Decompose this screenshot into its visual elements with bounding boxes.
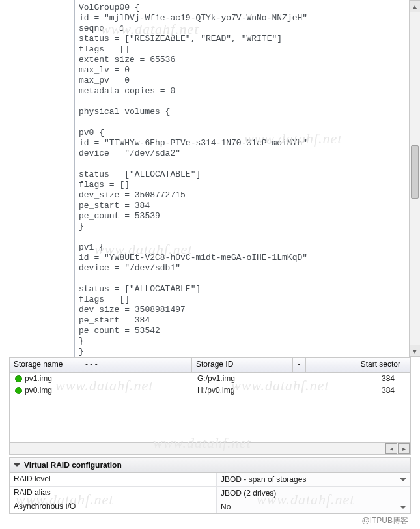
code-line: pe_start = 384 bbox=[79, 315, 404, 326]
storage-id: H:/pv0.img bbox=[193, 386, 294, 395]
raid-key: Asynchronous I/O bbox=[10, 500, 216, 513]
col-spacer[interactable]: - - - bbox=[81, 358, 192, 372]
code-line: extent_size = 65536 bbox=[79, 55, 404, 65]
code-line bbox=[79, 274, 404, 284]
start-sector: 384 bbox=[307, 386, 409, 395]
dropdown-caret-icon bbox=[400, 478, 406, 481]
raid-row: Asynchronous I/ONo bbox=[10, 500, 410, 513]
scroll-thumb[interactable] bbox=[411, 145, 419, 199]
code-line: pe_start = 384 bbox=[79, 201, 404, 211]
table-header-row: Storage name - - - Storage ID - Start se… bbox=[10, 358, 410, 373]
storage-name: pv1.img bbox=[25, 374, 52, 383]
code-line: metadata_copies = 0 bbox=[79, 86, 404, 96]
code-line: device = "/dev/sdb1" bbox=[79, 263, 404, 274]
code-line: id = "YW8UEt-V2C8-hOvC-m1dt-meGA-oIHE-1L… bbox=[79, 253, 404, 263]
scroll-up-arrow-icon[interactable]: ▴ bbox=[410, 1, 420, 12]
code-line bbox=[79, 96, 404, 107]
storage-name: pv0.img bbox=[25, 386, 52, 395]
code-scrollbar[interactable]: ▴ ▾ bbox=[409, 0, 420, 357]
raid-config-title: Virtual RAID configuration bbox=[24, 461, 122, 470]
code-text: VolGroup00 {id = "mjlDVj-Wf1e-ac19-QTYk-… bbox=[75, 0, 408, 357]
code-line bbox=[79, 232, 404, 242]
status-dot-icon bbox=[15, 375, 22, 382]
code-viewer: VolGroup00 {id = "mjlDVj-Wf1e-ac19-QTYk-… bbox=[74, 0, 408, 357]
code-line: id = "TIWHYw-6Ehp-PTVe-s314-1N70-31eP-mo… bbox=[79, 138, 404, 149]
scroll-down-arrow-icon[interactable]: ▾ bbox=[410, 345, 420, 356]
code-line: dev_size = 3508772715 bbox=[79, 190, 404, 201]
code-line: dev_size = 3508981497 bbox=[79, 305, 404, 315]
code-line: seqno = 1 bbox=[79, 23, 404, 34]
code-line: } bbox=[79, 336, 404, 347]
raid-value: JBOD (2 drives) bbox=[216, 487, 410, 500]
table-row[interactable]: pv1.imgG:/pv1.img384 bbox=[10, 373, 410, 384]
col-start-sector[interactable]: Start sector bbox=[306, 358, 410, 372]
code-line: flags = [] bbox=[79, 294, 404, 305]
code-line: max_pv = 0 bbox=[79, 76, 404, 86]
table-row[interactable]: pv0.imgH:/pv0.img384 bbox=[10, 384, 410, 396]
code-line: max_lv = 0 bbox=[79, 65, 404, 76]
code-line: status = ["ALLOCATABLE"] bbox=[79, 169, 404, 180]
raid-row: RAID levelJBOD - span of storages bbox=[10, 473, 410, 486]
raid-config-panel: Virtual RAID configuration RAID levelJBO… bbox=[9, 457, 411, 514]
col-spacer-2[interactable]: - bbox=[293, 358, 306, 372]
code-line: physical_volumes { bbox=[79, 107, 404, 117]
scroll-right-arrow-icon[interactable]: ▸ bbox=[398, 443, 410, 454]
code-line: flags = [] bbox=[79, 44, 404, 55]
storage-table: Storage name - - - Storage ID - Start se… bbox=[9, 357, 411, 455]
dropdown-caret-icon bbox=[400, 506, 406, 509]
code-line: } bbox=[79, 222, 404, 232]
raid-config-grid: RAID levelJBOD - span of storagesRAID al… bbox=[9, 473, 411, 514]
disclosure-triangle-icon bbox=[14, 463, 20, 467]
code-line: } bbox=[79, 347, 404, 357]
code-line bbox=[79, 117, 404, 128]
raid-value[interactable]: JBOD - span of storages bbox=[216, 473, 410, 486]
horizontal-scrollbar[interactable]: ◂ ▸ bbox=[10, 442, 410, 454]
raid-value-text: JBOD - span of storages bbox=[221, 475, 306, 484]
raid-value-text: JBOD (2 drives) bbox=[221, 489, 276, 498]
table-body: pv1.imgG:/pv1.img384pv0.imgH:/pv0.img384 bbox=[10, 373, 410, 442]
code-line: pv0 { bbox=[79, 128, 404, 138]
code-line: pv1 { bbox=[79, 242, 404, 253]
col-storage-id[interactable]: Storage ID bbox=[192, 358, 293, 372]
code-line: flags = [] bbox=[79, 180, 404, 190]
status-dot-icon bbox=[15, 387, 22, 394]
raid-value[interactable]: No bbox=[216, 500, 410, 513]
code-line: status = ["RESIZEABLE", "READ", "WRITE"] bbox=[79, 34, 404, 44]
code-line bbox=[79, 159, 404, 169]
code-line: VolGroup00 { bbox=[79, 3, 404, 13]
raid-config-header[interactable]: Virtual RAID configuration bbox=[9, 457, 411, 473]
footer-credit: @ITPUB博客 bbox=[361, 515, 408, 526]
code-line: status = ["ALLOCATABLE"] bbox=[79, 284, 404, 294]
raid-key: RAID level bbox=[10, 473, 216, 486]
raid-row: RAID aliasJBOD (2 drives) bbox=[10, 486, 410, 500]
code-line: id = "mjlDVj-Wf1e-ac19-QTYk-yo7V-WnNo-NN… bbox=[79, 13, 404, 23]
scroll-left-arrow-icon[interactable]: ◂ bbox=[385, 443, 397, 454]
code-line: device = "/dev/sda2" bbox=[79, 149, 404, 159]
code-line: pe_count = 53542 bbox=[79, 326, 404, 336]
col-storage-name[interactable]: Storage name bbox=[10, 358, 81, 372]
storage-id: G:/pv1.img bbox=[193, 374, 294, 383]
raid-key: RAID alias bbox=[10, 487, 216, 500]
code-line: pe_count = 53539 bbox=[79, 211, 404, 222]
start-sector: 384 bbox=[307, 374, 409, 383]
scroll-track[interactable] bbox=[410, 12, 420, 345]
raid-value-text: No bbox=[221, 502, 231, 511]
